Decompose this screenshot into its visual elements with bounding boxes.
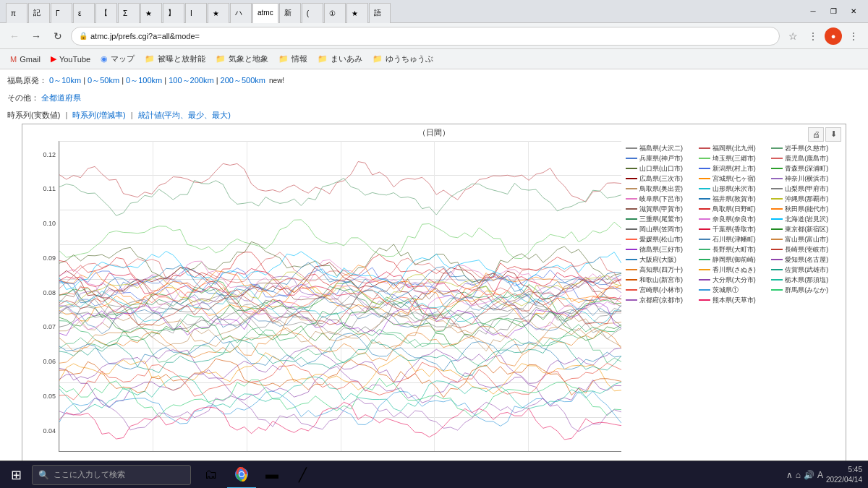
browser-tab-8[interactable]: Ι [185,3,207,23]
bookmark-maps[interactable]: ◉マップ [96,51,139,67]
minimize-button[interactable]: ─ [804,5,822,18]
taskbar-app-3[interactable]: ▬ [258,461,286,489]
filter-200-500km[interactable]: 200～500km [221,76,265,85]
browser-tab-11[interactable]: atmc [252,3,278,23]
legend-line-10 [699,178,710,179]
browser-tab-3[interactable]: ε [73,3,95,23]
browser-tab-16[interactable]: 語 [369,3,391,23]
filter-0-100km[interactable]: 0～100km [126,76,162,85]
reload-button[interactable]: ↻ [49,27,67,45]
legend-text-39: 和歌山(新宮市) [639,275,683,285]
legend-text-19: 鳥取県(日野町) [712,205,756,214]
taskbar-clock[interactable]: 5:45 2022/04/14 [826,465,862,485]
legend-text-7: 新潟県(村上市) [712,164,756,174]
browser-tab-5[interactable]: Σ [118,3,140,23]
back-button[interactable]: ← [6,27,23,45]
tray-volume-icon[interactable]: 🔊 [804,470,814,480]
legend-text-8: 青森県(深浦町) [785,164,828,174]
legend-line-23 [771,218,783,220]
tab-statistics[interactable]: 統計値(平均、最少、最大) [138,111,231,119]
filter-100-200km[interactable]: 100～200km [169,76,213,85]
tab-jikeiretu-zouge[interactable]: 時系列(増減率) [72,111,125,119]
start-button[interactable]: ⊞ [0,461,32,489]
tray-battery-icon[interactable]: A [817,470,823,480]
print-button[interactable]: 🖨 [808,127,824,142]
browser-tab-15[interactable]: ★ [346,3,368,23]
legend-line-26 [771,228,783,230]
browser-tab-2[interactable]: Γ [51,3,72,23]
clock-time: 5:45 [826,465,862,475]
legend-line-25 [699,228,710,230]
restore-button[interactable]: ❐ [825,5,842,18]
legend-line-6 [626,168,637,169]
taskbar-apps: 🗂 ▬ ╱ [197,461,317,489]
legend-line-30 [626,249,637,250]
chart-legend: 福島県(大沢二)福岡県(北九州)岩手県(久慈市)兵庫県(神戸市)埼玉県(三郷市)… [621,141,846,461]
legend-line-14 [771,188,783,189]
address-bar[interactable]: 🔒 atmc.jp/prefs.cgi?a=all&mode= [71,27,780,46]
legend-text-11: 神奈川(横浜市) [785,174,828,184]
legend-line-43 [699,289,710,291]
legend-line-46 [699,299,710,301]
bookmark-folder5[interactable]: 📁ゆうちゅうぶ [368,51,438,67]
bookmark-icon-folder3: 📁 [278,54,289,64]
taskbar-app-4[interactable]: ╱ [288,461,317,489]
bookmark-folder2[interactable]: 📁気象と地象 [211,51,273,67]
browser-tab-10[interactable]: ハ [230,3,252,23]
download-button[interactable]: ⬇ [825,127,841,142]
legend-item-8: 青森県(深浦町) [771,164,841,174]
bookmark-gmail[interactable]: MGmail [6,51,45,67]
legend-line-27 [626,239,637,240]
filter-0-50km[interactable]: 0～50km [88,76,119,85]
browser-tab-0[interactable]: π [6,3,27,23]
forward-button[interactable]: → [27,27,45,45]
legend-line-31 [699,249,710,250]
legend-line-38 [771,269,783,270]
all-prefectures-link[interactable]: 全都道府県 [41,93,81,102]
browser-tab-13[interactable]: ( [302,3,323,23]
legend-item-11: 神奈川(横浜市) [771,174,841,184]
profile-menu-button[interactable]: ⋮ [804,27,822,45]
legend-item-21: 三重県(尾鷲市) [626,215,696,224]
bookmark-star-button[interactable]: ☆ [784,27,801,45]
legend-item-37: 香川県(さぬき) [699,265,769,275]
legend-item-28: 石川県(津幡町) [699,235,769,244]
browser-tab-6[interactable]: ★ [140,3,162,23]
bookmarks-bar: MGmail▶YouTube◉マップ📁被曝と放射能📁気象と地象📁情報📁まいあみ📁… [0,49,868,69]
browser-tab-14[interactable]: ① [324,3,346,23]
bookmark-folder1[interactable]: 📁被曝と放射能 [140,51,210,67]
taskbar-app-explorer[interactable]: 🗂 [197,461,226,489]
taskbar-search[interactable]: 🔍 ここに入力して検索 [32,465,191,485]
legend-item-17: 沖縄県(那覇市) [771,194,841,204]
tray-arrow-icon[interactable]: ∧ [786,470,793,480]
bookmark-folder4[interactable]: 📁まいあみ [313,51,367,67]
browser-tab-12[interactable]: 新 [279,3,301,23]
legend-line-42 [626,289,637,291]
legend-text-41: 栃木県(那須塩) [785,275,828,285]
legend-item-42: 宮崎県(小林市) [626,286,696,295]
y-tick-8: 0.04 [43,427,56,435]
chart-container: （日間） 🖨 ⬇ 0.120.110.100.090.080.070.060.0… [22,124,846,461]
bookmark-label-gmail: Gmail [20,55,41,64]
more-menu-button[interactable]: ⋮ [845,27,862,45]
legend-item-6: 山口県(山口市) [626,164,696,174]
legend-text-6: 山口県(山口市) [639,164,683,174]
browser-tab-1[interactable]: 記 [28,3,50,23]
taskbar-app-chrome[interactable] [227,461,256,489]
tray-network-icon[interactable]: ⌂ [796,470,801,480]
tab-jikeiretu-real: 時系列(実数値) [7,111,60,119]
profile-avatar[interactable]: ● [825,27,842,45]
bookmark-folder3[interactable]: 📁情報 [274,51,312,67]
legend-text-32: 長崎県(壱岐市) [785,245,828,254]
browser-tab-4[interactable]: 【 [95,3,117,23]
close-button[interactable]: ✕ [845,5,862,18]
browser-tab-9[interactable]: ★ [208,3,229,23]
bookmark-youtube[interactable]: ▶YouTube [46,51,95,67]
legend-text-16: 福井県(敦賀市) [712,194,756,204]
legend-line-13 [699,188,710,189]
legend-line-32 [771,249,783,250]
legend-item-34: 静岡県(御前崎) [699,255,769,265]
filter-0-10km[interactable]: 0～10km [49,76,81,85]
browser-tab-7[interactable]: 】 [163,3,184,23]
legend-text-10: 宮城県(七ヶ宿) [712,174,756,184]
